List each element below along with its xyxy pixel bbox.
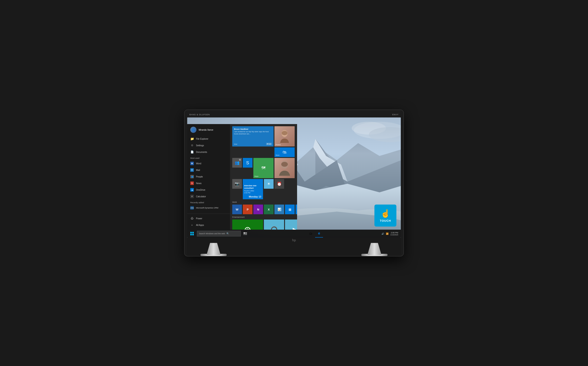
mail-icon: ✉: [190, 168, 194, 172]
powerpoint-tile[interactable]: P: [243, 205, 252, 214]
video-icon: ▶: [293, 226, 297, 230]
camera-tile[interactable]: 📷: [232, 179, 242, 189]
settings-nav[interactable]: ⚙ Settings: [187, 142, 230, 149]
left-leg: [205, 243, 222, 255]
settings-icon: ⚙: [190, 144, 194, 147]
mail-tile-label: Mail: [234, 143, 237, 145]
svg-point-20: [282, 131, 287, 135]
mail-from: Bruce Vandiver: [234, 128, 272, 130]
edge-taskbar[interactable]: e: [315, 230, 323, 237]
calc-tile[interactable]: ▦: [285, 205, 295, 214]
svg-rect-24: [192, 232, 194, 233]
svg-point-22: [281, 162, 288, 167]
xbox-icon: ⊛: [244, 225, 251, 230]
chart-tile[interactable]: 📊: [274, 205, 284, 214]
left-stand: [200, 243, 227, 256]
calendar-content: Interview new consultant Fourth Coffee 2…: [243, 183, 263, 195]
skype-tile[interactable]: S: [243, 158, 252, 168]
right-leg: [366, 243, 383, 255]
onedrive-tile[interactable]: ☁: [295, 205, 297, 214]
date-display: 1/13/2015: [390, 234, 398, 236]
documents-label: Documents: [196, 151, 207, 153]
tiles-row-1: Bruce Vandiver I am excited for our trip…: [232, 126, 295, 157]
wifi-icon[interactable]: 📶: [386, 232, 389, 235]
maps-icon: 🗺: [261, 166, 265, 170]
monitor-model: ENVY: [392, 114, 399, 116]
user-name: Miranda Vance: [199, 129, 213, 131]
start-button[interactable]: [188, 230, 196, 237]
calendar-tile[interactable]: Interview new consultant Fourth Coffee 2…: [243, 179, 263, 199]
documents-nav[interactable]: 📄 Documents: [187, 149, 230, 155]
monitor-bottom-bar: hp: [187, 237, 401, 243]
svg-rect-29: [243, 234, 245, 235]
task-view-icon: [243, 232, 247, 235]
calendar-day: Monday 13: [249, 195, 261, 198]
nav-news[interactable]: N News: [187, 180, 230, 187]
power-nav[interactable]: ⏻ Power: [187, 215, 230, 222]
all-apps-label: All Apps: [196, 224, 204, 226]
ppt-icon: P: [247, 208, 249, 211]
all-apps-nav[interactable]: ≡ All Apps: [187, 222, 230, 228]
nav-calculator[interactable]: # Calculator: [187, 193, 230, 200]
nav-onedrive[interactable]: ☁ OneDrive: [187, 187, 230, 193]
excel-tile[interactable]: X: [264, 205, 273, 214]
monitor-stand-area: [187, 243, 401, 256]
onenote-tile[interactable]: N: [253, 205, 263, 214]
dynamics-label: Microsoft Dynamics CRM: [196, 207, 218, 209]
calc-tile-icon: ▦: [288, 208, 291, 211]
task-view-button[interactable]: [241, 230, 249, 237]
xbox-tile[interactable]: ⊛ Xbox: [232, 220, 263, 230]
folder-icon: 📁: [190, 137, 194, 141]
start-menu: 👤 Miranda Vance 📁 File Explorer ⚙ Settin…: [187, 124, 297, 230]
touch-badge: ☝ TOUCH: [375, 205, 397, 227]
dynamics-icon: CRM: [190, 206, 194, 210]
nav-people[interactable]: 👥 People: [187, 173, 230, 180]
entertainment-row: ⊛ Xbox 🎧 Music ▶ Video: [232, 220, 295, 230]
tiles-row-2: 👥 5 S 🗺 Maps: [232, 158, 295, 199]
weather-icon: ☀: [267, 182, 271, 186]
hp-logo: hp: [292, 238, 296, 242]
search-bar[interactable]: Search Windows and the web 🔍: [197, 231, 241, 236]
file-explorer-tb-icon: 🗂: [309, 231, 313, 236]
people-icon: 👥: [190, 175, 194, 178]
photos-store-col: Photos 🛍 Store: [274, 126, 295, 157]
weather-tile[interactable]: ☀: [264, 179, 273, 189]
file-explorer-nav[interactable]: 📁 File Explorer: [187, 136, 230, 142]
monitor-top-bar: BANG & OLUFSEN ENVY: [187, 113, 401, 117]
touch-label: TOUCH: [380, 219, 391, 222]
maps-tile[interactable]: 🗺 Maps: [253, 158, 273, 178]
monitor: BANG & OLUFSEN ENVY: [184, 110, 404, 257]
calendar-location: Fourth Coffee: [244, 190, 262, 192]
video-tile[interactable]: ▶ Video: [285, 220, 297, 230]
svg-rect-30: [245, 234, 247, 235]
news-label: News: [196, 182, 201, 184]
nav-word[interactable]: W Word: [187, 160, 230, 167]
alarm-tile[interactable]: ⏰: [274, 179, 284, 189]
file-explorer-taskbar[interactable]: 🗂: [307, 230, 315, 237]
nav-mail[interactable]: ✉ Mail: [187, 167, 230, 173]
start-tiles-panel: Bruce Vandiver I am excited for our trip…: [230, 124, 297, 230]
taskbar: Search Windows and the web 🔍 🗂: [187, 230, 401, 237]
bottom-nav: ⏻ Power ≡ All Apps: [187, 214, 230, 230]
word-tile[interactable]: W: [232, 205, 242, 214]
people-tile-icon: 👥: [235, 160, 240, 165]
store-label: Store: [276, 154, 279, 156]
music-tile[interactable]: 🎧 Music: [264, 220, 284, 230]
photo-person-tile[interactable]: [274, 158, 295, 178]
svg-rect-26: [192, 234, 194, 235]
alarm-icon: ⏰: [277, 182, 282, 186]
excel-icon: X: [268, 208, 270, 211]
photos-tile[interactable]: Photos: [274, 126, 295, 146]
system-tray: 🔊 📶 2:00 PM 1/13/2015: [380, 232, 400, 236]
word-icon: W: [190, 162, 194, 165]
people-tile[interactable]: 👥 5: [232, 158, 242, 168]
onenote-icon: N: [257, 208, 259, 211]
nav-dynamics[interactable]: CRM Microsoft Dynamics CRM: [187, 205, 230, 211]
store-tile[interactable]: 🛍 Store: [274, 147, 295, 157]
user-section[interactable]: 👤 Miranda Vance: [187, 124, 230, 136]
all-apps-icon: ≡: [190, 223, 194, 227]
mail-tile[interactable]: Bruce Vandiver I am excited for our trip…: [232, 126, 273, 146]
volume-icon[interactable]: 🔊: [382, 232, 384, 235]
file-explorer-label: File Explorer: [196, 138, 208, 140]
photos-label: Photos: [276, 144, 281, 146]
